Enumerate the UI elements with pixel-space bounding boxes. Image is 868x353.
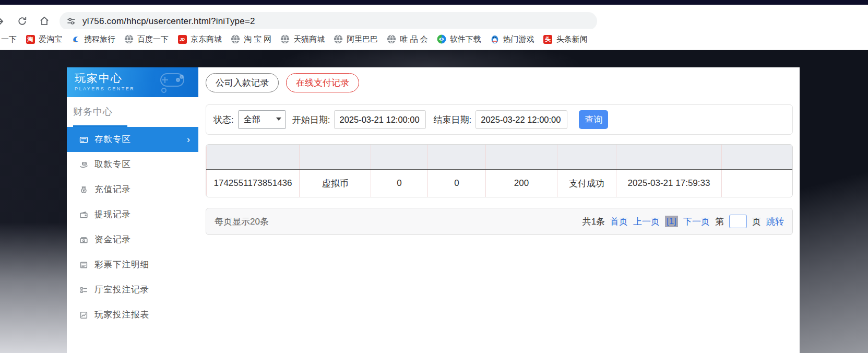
bookmark-item[interactable]: 携程旅行	[71, 34, 115, 44]
background-light-wedge-left	[0, 222, 67, 353]
jump-suffix-label: 页	[752, 216, 761, 228]
start-date-input[interactable]	[334, 110, 426, 129]
table-header-cell	[557, 145, 616, 170]
sidebar-menu-item-label: 提现记录	[94, 209, 131, 220]
filter-bar: 状态: 全部 开始日期: 结束日期: 查询	[206, 104, 793, 135]
gamepad-icon	[153, 70, 191, 96]
background-light-wedge-right	[800, 128, 868, 353]
table-row[interactable]: 1742551173851436虚拟币00200支付成功2025-03-21 1…	[207, 170, 793, 197]
bookmarks-bar: 一下 淘 爱淘宝 携程旅行 百度一下 JD 京东商城	[0, 29, 868, 50]
table-body: 1742551173851436虚拟币00200支付成功2025-03-21 1…	[207, 170, 793, 197]
bookmark-item[interactable]: 淘 爱淘宝	[26, 34, 62, 44]
page-size-text: 每页显示20条	[215, 216, 269, 228]
bookmark-item[interactable]: 天猫商城	[280, 34, 325, 44]
sidebar-menu-item[interactable]: 厅室投注记录	[67, 277, 198, 302]
globe-icon	[387, 34, 396, 44]
pagination-controls: 共1条 首页 上一页 [1] 下一页 第 页 跳转	[582, 215, 784, 228]
first-page-link[interactable]: 首页	[610, 216, 628, 228]
chart-icon	[79, 311, 88, 320]
end-date-label: 结束日期:	[433, 114, 471, 126]
bookmark-label: 热门游戏	[503, 34, 534, 44]
record-tabs: 公司入款记录 在线支付记录	[206, 73, 793, 92]
bookmark-item[interactable]: 百度一下	[124, 34, 169, 44]
sidebar-menu-item-label: 玩家投注报表	[94, 309, 149, 321]
sidebar-menu-item[interactable]: 资金记录	[67, 227, 198, 252]
sidebar-menu-item[interactable]: 存款专区 ›	[67, 127, 198, 152]
sidebar-menu-item-label: 彩票下注明细	[94, 259, 149, 270]
jd-icon: JD	[177, 34, 187, 44]
sidebar-section-label: 财务中心	[73, 105, 190, 118]
table-header-cell	[616, 145, 722, 170]
main-panel: 公司入款记录 在线支付记录 状态: 全部 开始日期: 结束日期: 查询	[198, 67, 805, 353]
bookmark-label: 软件下载	[450, 34, 481, 44]
total-count-text: 共1条	[582, 216, 605, 228]
table-header-cell	[486, 145, 557, 170]
bookmark-item[interactable]: 头 头条新闻	[543, 34, 588, 44]
bookmark-label: 一下	[1, 34, 17, 44]
search-button[interactable]: 查询	[579, 110, 608, 129]
bookmark-label: 爱淘宝	[39, 34, 62, 44]
bookmark-item[interactable]: 一下	[1, 34, 17, 44]
ctrip-icon	[71, 34, 80, 44]
home-icon[interactable]	[38, 15, 51, 27]
url-bar[interactable]: yl756.com/hhcp/usercenter.html?iniType=2	[60, 12, 597, 30]
table-cell	[722, 170, 793, 197]
records-table-wrap: 1742551173851436虚拟币00200支付成功2025-03-21 1…	[206, 144, 793, 197]
bookmark-item[interactable]: 软件下载	[437, 34, 481, 44]
bookmark-label: 阿里巴巴	[347, 34, 378, 44]
jump-prefix-label: 第	[715, 216, 724, 228]
sidebar-menu-item-label: 存款专区	[94, 134, 131, 145]
globe-icon	[280, 34, 290, 44]
list-icon	[79, 286, 88, 295]
record-tab[interactable]: 在线支付记录	[286, 73, 359, 92]
table-header-cell	[300, 145, 371, 170]
sidebar-menu-item[interactable]: 玩家投注报表	[67, 302, 198, 327]
bookmark-label: 唯 品 会	[400, 34, 427, 44]
table-cell: 1742551173851436	[207, 170, 300, 197]
toutiao-icon: 头	[543, 34, 553, 44]
browser-toolbar: yl756.com/hhcp/usercenter.html?iniType=2	[0, 5, 868, 29]
next-page-link[interactable]: 下一页	[683, 216, 710, 228]
cash-icon	[79, 236, 88, 244]
bookmark-label: 百度一下	[137, 34, 169, 44]
table-header-cell	[428, 145, 486, 170]
browser-window: yl756.com/hhcp/usercenter.html?iniType=2…	[0, 0, 868, 353]
sidebar-menu-item[interactable]: 提现记录	[67, 202, 198, 227]
chevron-down-icon	[276, 117, 281, 121]
bookmark-item[interactable]: 热门游戏	[490, 34, 534, 44]
sidebar: 玩家中心 PLAYERS CENTER 财务中心 存款专区 ›	[67, 67, 198, 353]
bookmark-item[interactable]: 唯 品 会	[387, 34, 427, 44]
bookmark-label: 京东商城	[191, 34, 222, 44]
records-table: 1742551173851436虚拟币00200支付成功2025-03-21 1…	[206, 145, 793, 197]
penguin-icon	[490, 34, 500, 44]
hand-coin-icon	[79, 160, 88, 169]
jump-page-input[interactable]	[729, 215, 747, 228]
bookmark-item[interactable]: 阿里巴巴	[334, 34, 378, 44]
table-cell: 2025-03-21 17:59:33	[616, 170, 722, 197]
url-text[interactable]: yl756.com/hhcp/usercenter.html?iniType=2	[82, 16, 255, 27]
taobao-icon: 淘	[26, 34, 35, 44]
table-header-row	[207, 145, 793, 170]
globe-icon	[231, 34, 240, 44]
sidebar-menu-item[interactable]: 充值记录	[67, 177, 198, 202]
bookmark-label: 头条新闻	[556, 34, 588, 44]
bookmark-item[interactable]: 淘 宝 网	[231, 34, 271, 44]
status-select-value: 全部	[244, 114, 260, 125]
forward-icon[interactable]	[0, 15, 5, 28]
reload-icon[interactable]	[16, 15, 28, 27]
bookmark-item[interactable]: JD 京东商城	[177, 34, 222, 44]
software-icon	[437, 34, 446, 44]
jump-button[interactable]: 跳转	[766, 216, 784, 228]
sidebar-menu-item[interactable]: 取款专区	[67, 152, 198, 177]
status-select[interactable]: 全部	[238, 110, 286, 129]
sidebar-menu-item[interactable]: 彩票下注明细	[67, 252, 198, 277]
table-header-cell	[371, 145, 428, 170]
prev-page-link[interactable]: 上一页	[633, 216, 660, 228]
end-date-input[interactable]	[475, 110, 567, 129]
record-tab[interactable]: 公司入款记录	[206, 73, 279, 92]
wallet-icon	[79, 210, 88, 219]
bookmark-label: 淘 宝 网	[244, 34, 271, 44]
site-settings-icon[interactable]	[65, 15, 77, 28]
table-cell: 虚拟币	[300, 170, 371, 197]
sidebar-menu-item-label: 厅室投注记录	[94, 284, 149, 296]
